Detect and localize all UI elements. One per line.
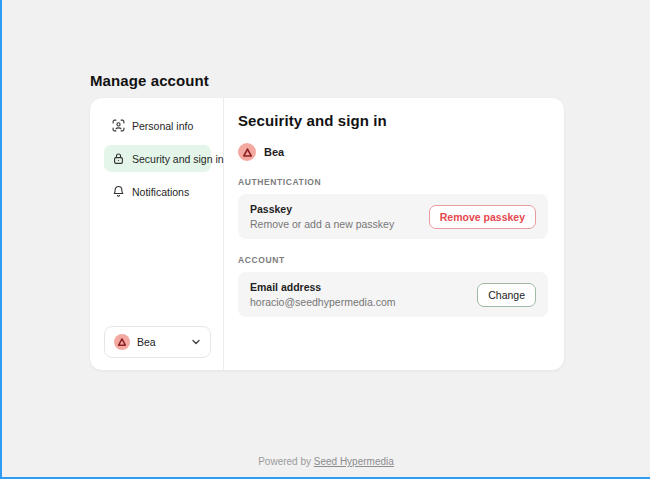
security-panel: Secuirity and sign in Bea AUTHENTICATION…: [224, 98, 564, 370]
manage-account-page: { "page": { "title": "Manage account" },…: [0, 0, 650, 479]
section-label-account: ACCOUNT: [238, 255, 548, 265]
panel-heading: Secuirity and sign in: [238, 112, 548, 129]
account-switcher[interactable]: Bea: [104, 326, 211, 358]
passkey-texts: Passkey Remove or add a new passkey: [250, 203, 429, 230]
email-row: Email address horacio@seedhypermedia.com…: [238, 272, 548, 317]
page-title: Manage account: [90, 72, 209, 89]
sidebar-item-label: Notifications: [132, 186, 189, 198]
avatar: [114, 334, 130, 350]
account-settings-card: Personal info Security and sign in Notif…: [90, 98, 564, 370]
email-value: horacio@seedhypermedia.com: [250, 296, 477, 308]
remove-passkey-button[interactable]: Remove passkey: [429, 205, 536, 229]
sidebar-item-security[interactable]: Security and sign in: [104, 145, 211, 172]
avatar: [238, 143, 256, 161]
account-switcher-name: Bea: [137, 336, 184, 348]
section-label-authentication: AUTHENTICATION: [238, 177, 548, 187]
passkey-row: Passkey Remove or add a new passkey Remo…: [238, 194, 548, 239]
lock-icon: [112, 152, 125, 165]
face-scan-icon: [112, 119, 125, 132]
sidebar-item-personal-info[interactable]: Personal info: [104, 112, 211, 139]
sidebar-spacer: [104, 211, 211, 326]
change-email-button[interactable]: Change: [477, 283, 536, 307]
footer: Powered by Seed Hypermedia: [2, 456, 650, 467]
email-texts: Email address horacio@seedhypermedia.com: [250, 281, 477, 308]
profile-name: Bea: [264, 146, 284, 158]
email-title: Email address: [250, 281, 477, 293]
seed-hypermedia-link[interactable]: Seed Hypermedia: [314, 456, 394, 467]
profile-row: Bea: [238, 143, 548, 161]
sidebar-item-notifications[interactable]: Notifications: [104, 178, 211, 205]
sidebar-item-label: Personal info: [132, 120, 193, 132]
sidebar-item-label: Security and sign in: [132, 153, 224, 165]
chevron-down-icon: [191, 333, 201, 351]
settings-sidebar: Personal info Security and sign in Notif…: [90, 98, 224, 370]
bell-icon: [112, 185, 125, 198]
passkey-subtitle: Remove or add a new passkey: [250, 218, 429, 230]
footer-powered-by: Powered by: [258, 456, 311, 467]
passkey-title: Passkey: [250, 203, 429, 215]
